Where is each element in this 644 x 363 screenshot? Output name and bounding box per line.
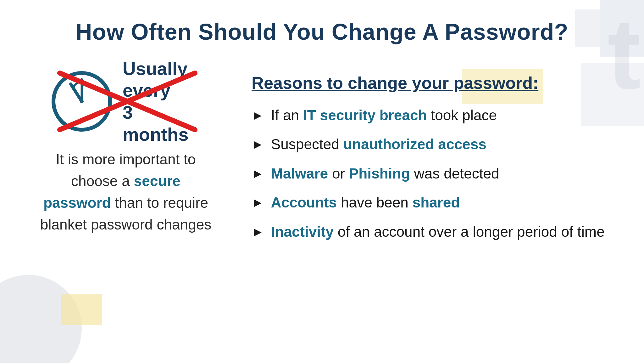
reason-3-text: Malware or Phishing was detected bbox=[271, 163, 499, 184]
left-column: Usually every 3 months It is more import… bbox=[31, 70, 220, 235]
list-item: ► Accounts have been shared bbox=[252, 192, 613, 213]
reason-3-highlight-malware: Malware bbox=[271, 165, 328, 182]
reason-2-text: Suspected unauthorized access bbox=[271, 134, 486, 154]
bullet-arrow-icon: ► bbox=[252, 135, 264, 153]
reason-5-text: Inactivity of an account over a longer p… bbox=[271, 222, 605, 242]
right-column: Reasons to change your password: ► If an… bbox=[252, 70, 613, 242]
clock-crossed-section: Usually every 3 months bbox=[50, 70, 201, 133]
list-item: ► Malware or Phishing was detected bbox=[252, 163, 613, 184]
reason-4-highlight-accounts: Accounts bbox=[271, 194, 337, 211]
bullet-arrow-icon: ► bbox=[252, 223, 264, 241]
svg-line-2 bbox=[71, 84, 82, 101]
reason-3-highlight-phishing: Phishing bbox=[349, 165, 410, 182]
clock-icon-container bbox=[50, 70, 113, 133]
clock-icon bbox=[50, 70, 113, 133]
clock-label-line2: 3 months bbox=[123, 101, 201, 145]
clock-label: Usually every 3 months bbox=[123, 58, 201, 145]
list-item: ► Inactivity of an account over a longer… bbox=[252, 222, 613, 242]
reason-5-highlight-inactivity: Inactivity bbox=[271, 224, 334, 240]
list-item: ► If an IT security breach took place bbox=[252, 105, 613, 125]
content-area: Usually every 3 months It is more import… bbox=[31, 70, 613, 242]
list-item: ► Suspected unauthorized access bbox=[252, 134, 613, 154]
bullet-arrow-icon: ► bbox=[252, 165, 264, 182]
bullet-arrow-icon: ► bbox=[252, 194, 264, 211]
bullet-arrow-icon: ► bbox=[252, 106, 264, 124]
reason-1-highlight: IT security breach bbox=[303, 107, 427, 123]
clock-label-line1: Usually every bbox=[123, 58, 201, 101]
reason-4-highlight-shared: shared bbox=[413, 194, 460, 211]
reason-2-highlight: unauthorized access bbox=[343, 136, 486, 152]
reason-1-text: If an IT security breach took place bbox=[271, 105, 497, 125]
reason-4-text: Accounts have been shared bbox=[271, 192, 460, 213]
slide-container: How Often Should You Change A Password? bbox=[0, 0, 644, 363]
slide-title: How Often Should You Change A Password? bbox=[31, 19, 613, 45]
reasons-list: ► If an IT security breach took place ► … bbox=[252, 105, 613, 242]
description-text: It is more important to choose a secure … bbox=[38, 149, 214, 235]
reasons-title: Reasons to change your password: bbox=[252, 73, 613, 93]
